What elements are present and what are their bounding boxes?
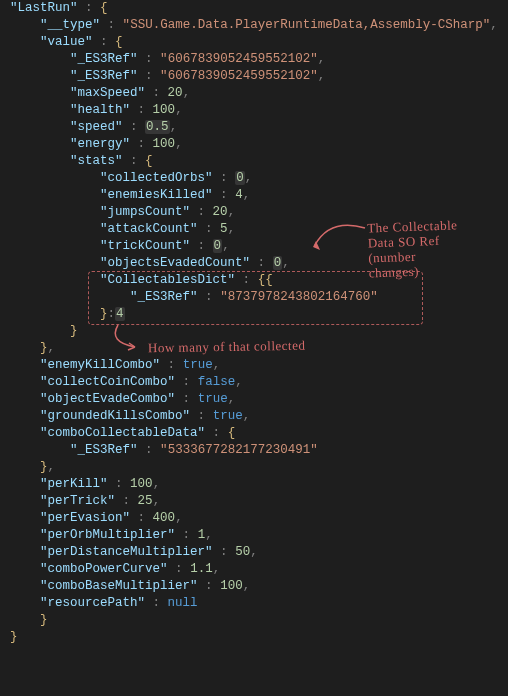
code-line: "comboPowerCurve" : 1.1, xyxy=(0,561,508,578)
code-line: "comboCollectableData" : { xyxy=(0,425,508,442)
code-line: "trickCount" : 0, xyxy=(0,238,508,255)
code-line: "value" : { xyxy=(0,34,508,51)
code-line: "speed" : 0.5, xyxy=(0,119,508,136)
code-line: "groundedKillsCombo" : true, xyxy=(0,408,508,425)
code-line: "perKill" : 100, xyxy=(0,476,508,493)
code-line: }, xyxy=(0,459,508,476)
code-line: }:4 xyxy=(0,306,508,323)
code-line: "objectEvadeCombo" : true, xyxy=(0,391,508,408)
code-viewer: "LastRun" : { "__type" : "SSU.Game.Data.… xyxy=(0,0,508,646)
code-line: "_ES3Ref" : "5333677282177230491" xyxy=(0,442,508,459)
code-line: "perEvasion" : 400, xyxy=(0,510,508,527)
code-line: "resourcePath" : null xyxy=(0,595,508,612)
code-line: "_ES3Ref" : "6067839052459552102", xyxy=(0,51,508,68)
code-line: "collectedOrbs" : 0, xyxy=(0,170,508,187)
code-line: }, xyxy=(0,340,508,357)
code-line: "__type" : "SSU.Game.Data.PlayerRuntimeD… xyxy=(0,17,508,34)
code-line: "jumpsCount" : 20, xyxy=(0,204,508,221)
code-line: } xyxy=(0,629,508,646)
code-line: } xyxy=(0,323,508,340)
code-line: "health" : 100, xyxy=(0,102,508,119)
code-line: "energy" : 100, xyxy=(0,136,508,153)
code-line: "collectCoinCombo" : false, xyxy=(0,374,508,391)
code-line: "CollectablesDict" : {{ xyxy=(0,272,508,289)
code-line: "perOrbMultiplier" : 1, xyxy=(0,527,508,544)
code-line: "enemiesKilled" : 4, xyxy=(0,187,508,204)
code-line: "comboBaseMultiplier" : 100, xyxy=(0,578,508,595)
code-line: "stats" : { xyxy=(0,153,508,170)
code-line: "LastRun" : { xyxy=(0,0,508,17)
code-line: "_ES3Ref" : "6067839052459552102", xyxy=(0,68,508,85)
code-line: "perDistanceMultiplier" : 50, xyxy=(0,544,508,561)
code-line: "objectsEvadedCount" : 0, xyxy=(0,255,508,272)
code-line: } xyxy=(0,612,508,629)
code-line: "perTrick" : 25, xyxy=(0,493,508,510)
code-line: "maxSpeed" : 20, xyxy=(0,85,508,102)
code-line: "enemyKillCombo" : true, xyxy=(0,357,508,374)
code-line: "attackCount" : 5, xyxy=(0,221,508,238)
code-line: "_ES3Ref" : "8737978243802164760" xyxy=(0,289,508,306)
